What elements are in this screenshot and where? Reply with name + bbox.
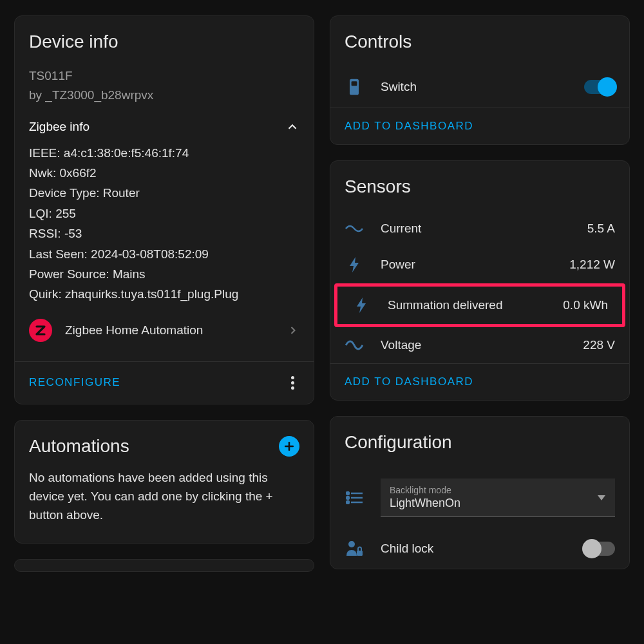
quirk-row: Quirk: zhaquirks.tuya.ts011f_plug.Plug [29,284,299,304]
controls-title: Controls [345,32,615,52]
device-type-row: Device Type: Router [29,183,299,203]
power-icon [345,256,364,273]
sensor-summation-row[interactable]: Summation delivered 0.0 kWh [334,283,625,327]
child-lock-label: Child lock [381,542,567,556]
sensors-card: Sensors Current 5.5 A Power 1,212 W [330,160,630,401]
switch-label: Switch [381,80,567,94]
switch-toggle[interactable] [584,80,615,94]
device-manufacturer: by _TZ3000_b28wrpvx [29,86,299,105]
voltage-icon [345,337,364,353]
zigbee-info-header[interactable]: Zigbee info [29,120,299,134]
last-seen-row: Last Seen: 2024-03-08T08:52:09 [29,244,299,264]
child-lock-row[interactable]: Child lock [330,529,629,569]
power-source-row: Power Source: Mains [29,264,299,284]
device-info-footer: RECONFIGURE [15,361,314,404]
controls-card: Controls Switch ADD TO DASHBOARD [330,15,630,145]
sensor-power-label: Power [381,258,553,272]
switch-icon [345,78,364,96]
switch-row[interactable]: Switch [330,66,629,108]
nwk-row: Nwk: 0x66f2 [29,163,299,183]
rssi-row: RSSI: -53 [29,223,299,243]
backlight-mode-row[interactable]: Backlight mode LightWhenOn [330,467,629,529]
sensor-voltage-value: 228 V [583,338,615,352]
sensor-summation-value: 0.0 kWh [563,298,608,312]
svg-marker-12 [598,495,605,500]
sensor-current-value: 5.5 A [587,222,615,236]
more-menu-button[interactable] [286,374,299,392]
sensor-list: Current 5.5 A Power 1,212 W Summation de… [330,211,629,363]
controls-add-dashboard-button[interactable]: ADD TO DASHBOARD [345,120,473,133]
right-column: Controls Switch ADD TO DASHBOARD Sensors… [330,15,630,629]
zigbee-logo-icon [29,319,52,342]
current-icon [345,222,364,235]
sensor-voltage-row[interactable]: Voltage 228 V [330,327,629,363]
automations-title: Automations [29,436,129,457]
svg-marker-5 [357,298,366,313]
energy-icon [352,297,371,314]
sensors-title: Sensors [345,176,615,197]
backlight-select-value: LightWhenOn [390,497,606,510]
child-lock-toggle[interactable] [584,542,615,556]
svg-marker-4 [350,257,359,272]
sensor-power-value: 1,212 W [569,258,615,272]
sensor-power-row[interactable]: Power 1,212 W [330,246,629,283]
ieee-row: IEEE: a4:c1:38:0e:f5:46:1f:74 [29,143,299,163]
sensors-add-dashboard-button[interactable]: ADD TO DASHBOARD [345,375,473,388]
svg-point-13 [348,541,355,547]
add-automation-button[interactable] [279,436,299,457]
device-model: TS011F [29,66,299,86]
device-info-card: Device info TS011F by _TZ3000_b28wrpvx Z… [14,15,314,404]
device-info-title: Device info [29,32,299,52]
svg-rect-14 [357,551,363,556]
svg-point-10 [346,501,349,504]
sensor-current-label: Current [381,222,571,236]
svg-rect-3 [352,81,357,86]
child-lock-icon [345,540,364,557]
automations-empty-text: No automations have been added using thi… [29,468,299,535]
zigbee-info-list: IEEE: a4:c1:38:0e:f5:46:1f:74 Nwk: 0x66f… [29,143,299,305]
dropdown-arrow-icon [597,495,606,501]
integration-link[interactable]: Zigbee Home Automation [29,305,299,354]
sensor-voltage-label: Voltage [381,338,566,352]
chevron-right-icon [287,324,299,337]
backlight-mode-select[interactable]: Backlight mode LightWhenOn [381,478,615,517]
list-icon [345,491,364,504]
next-card-stub [14,559,314,572]
sensor-summation-label: Summation delivered [388,298,546,312]
configuration-card: Configuration Backlight mode LightWhenOn… [330,416,630,569]
automations-card: Automations No automations have been add… [14,420,314,544]
zigbee-info-label: Zigbee info [29,120,90,134]
lqi-row: LQI: 255 [29,204,299,223]
backlight-select-label: Backlight mode [390,485,606,495]
chevron-up-icon [285,120,299,134]
reconfigure-button[interactable]: RECONFIGURE [29,376,120,389]
svg-point-6 [346,492,349,495]
configuration-title: Configuration [345,432,615,453]
sensor-current-row[interactable]: Current 5.5 A [330,211,629,246]
svg-point-8 [346,497,349,499]
left-column: Device info TS011F by _TZ3000_b28wrpvx Z… [14,15,314,629]
integration-label: Zigbee Home Automation [65,323,203,337]
